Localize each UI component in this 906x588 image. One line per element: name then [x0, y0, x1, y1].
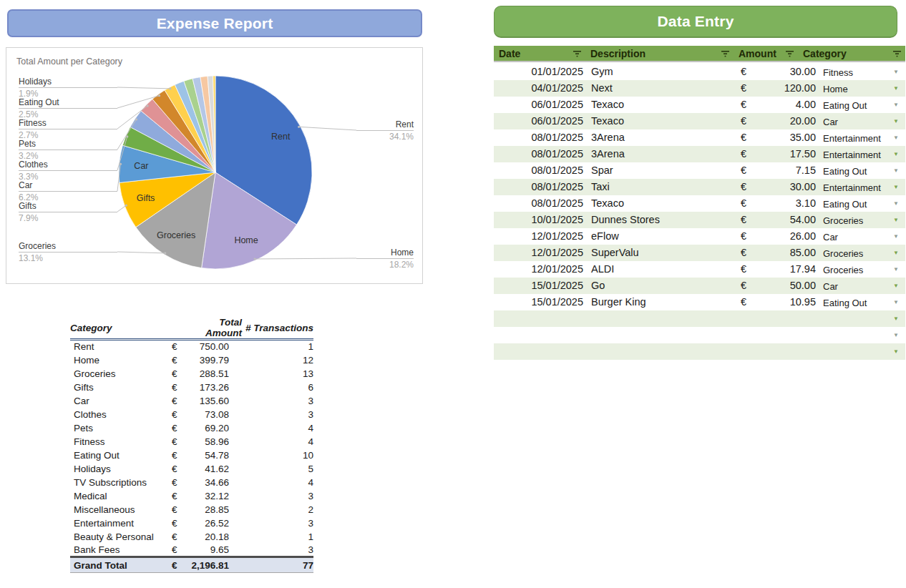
summary-category-cell: Pets — [70, 421, 172, 435]
amount-cell[interactable]: 120.00 — [751, 82, 816, 94]
description-cell[interactable]: Gym — [591, 66, 613, 77]
date-cell[interactable]: 08/01/2025 — [494, 132, 583, 143]
chevron-down-icon[interactable]: ▼ — [893, 184, 899, 190]
description-cell[interactable]: Taxi — [591, 181, 610, 192]
amount-cell[interactable]: 30.00 — [751, 66, 816, 77]
amount-cell[interactable]: 35.00 — [751, 132, 816, 143]
chevron-down-icon[interactable]: ▼ — [893, 299, 899, 305]
category-cell[interactable]: Eating Out — [823, 298, 867, 308]
category-cell[interactable]: Car — [823, 281, 838, 292]
date-cell[interactable]: 12/01/2025 — [494, 263, 583, 275]
table-row: 12/01/2025eFlow€26.00Car▼ — [494, 228, 905, 245]
category-cell[interactable]: Groceries — [823, 215, 863, 226]
description-cell[interactable]: eFlow — [591, 230, 619, 242]
category-summary-table: Category Total Amount # Transactions Ren… — [70, 317, 313, 573]
amount-cell[interactable]: 10.95 — [751, 296, 816, 308]
date-cell[interactable]: 06/01/2025 — [494, 115, 583, 127]
date-cell[interactable]: 08/01/2025 — [494, 148, 583, 160]
chevron-down-icon[interactable]: ▼ — [893, 151, 899, 157]
description-cell[interactable]: Texaco — [591, 99, 624, 110]
chevron-down-icon[interactable]: ▼ — [893, 200, 899, 207]
table-row: 04/01/2025Next€120.00Home▼ — [494, 80, 905, 97]
chevron-down-icon[interactable]: ▼ — [893, 167, 899, 174]
summary-row: TV Subscriptions€34.664 — [70, 476, 313, 489]
description-cell[interactable]: Next — [591, 82, 613, 94]
filter-icon[interactable] — [786, 50, 794, 57]
date-cell[interactable]: 10/01/2025 — [494, 214, 583, 225]
callout-category-label: Gifts — [19, 201, 117, 212]
chevron-down-icon[interactable]: ▼ — [893, 85, 899, 92]
summary-transactions-cell: 5 — [229, 462, 313, 476]
summary-row: Home€399.7912 — [70, 353, 313, 367]
description-cell[interactable]: 3Arena — [591, 148, 625, 160]
category-cell[interactable]: Car — [823, 117, 838, 127]
date-cell[interactable]: 08/01/2025 — [494, 165, 583, 176]
callout-category-label: Clothes — [19, 160, 117, 171]
category-cell[interactable]: Entertainment — [823, 182, 881, 193]
chevron-down-icon[interactable]: ▼ — [893, 233, 899, 240]
date-cell[interactable]: 01/01/2025 — [494, 66, 583, 77]
amount-cell[interactable]: 3.10 — [751, 197, 816, 209]
description-cell[interactable]: SuperValu — [591, 247, 639, 258]
currency-symbol: € — [172, 340, 192, 353]
description-cell[interactable]: Go — [591, 280, 605, 291]
description-cell[interactable]: Dunnes Stores — [591, 214, 660, 225]
category-cell[interactable]: Car — [823, 232, 838, 242]
amount-cell[interactable]: 17.50 — [751, 148, 816, 160]
category-cell[interactable]: Eating Out — [823, 199, 867, 210]
category-cell[interactable]: Entertainment — [823, 150, 881, 160]
category-cell[interactable]: Eating Out — [823, 100, 867, 111]
chevron-down-icon[interactable]: ▼ — [893, 118, 899, 124]
amount-cell[interactable]: 26.00 — [751, 230, 816, 242]
column-header-label: Amount — [739, 48, 776, 59]
amount-cell[interactable]: 20.00 — [751, 115, 816, 127]
amount-cell[interactable]: 17.94 — [751, 263, 816, 275]
summary-amount-cell: 41.62 — [192, 462, 230, 476]
description-cell[interactable]: ALDI — [591, 263, 614, 275]
chevron-down-icon[interactable]: ▼ — [893, 348, 899, 355]
date-cell[interactable]: 15/01/2025 — [494, 280, 583, 291]
chevron-down-icon[interactable]: ▼ — [893, 250, 899, 256]
pie-callout-holidays: Holidays1.9% — [19, 77, 117, 99]
date-cell[interactable]: 12/01/2025 — [494, 230, 583, 242]
chevron-down-icon[interactable]: ▼ — [893, 134, 899, 141]
category-cell[interactable]: Groceries — [823, 265, 863, 275]
chevron-down-icon[interactable]: ▼ — [893, 283, 899, 289]
chevron-down-icon[interactable]: ▼ — [893, 266, 899, 273]
description-cell[interactable]: Spar — [591, 165, 613, 176]
category-cell[interactable]: Eating Out — [823, 166, 867, 177]
amount-cell[interactable]: 50.00 — [751, 280, 816, 291]
category-cell[interactable]: Groceries — [823, 248, 863, 259]
amount-cell[interactable]: 85.00 — [751, 247, 816, 258]
summary-transactions-cell: 3 — [229, 489, 313, 503]
chevron-down-icon[interactable]: ▼ — [893, 102, 899, 108]
description-cell[interactable]: Burger King — [591, 296, 646, 308]
summary-row: Holidays€41.625 — [70, 462, 313, 476]
date-cell[interactable]: 06/01/2025 — [494, 99, 583, 110]
filter-icon[interactable] — [573, 50, 581, 57]
amount-cell[interactable]: 30.00 — [751, 181, 816, 192]
amount-cell[interactable]: 7.15 — [751, 165, 816, 176]
category-cell[interactable]: Home — [823, 84, 848, 94]
category-cell[interactable]: Entertainment — [823, 133, 881, 144]
category-cell[interactable]: Fitness — [823, 67, 853, 78]
description-cell[interactable]: Texaco — [591, 115, 624, 127]
chevron-down-icon[interactable]: ▼ — [893, 217, 899, 223]
date-cell[interactable]: 15/01/2025 — [494, 296, 583, 308]
currency-symbol: € — [172, 367, 192, 381]
amount-cell[interactable]: 54.00 — [751, 214, 816, 225]
date-cell[interactable]: 08/01/2025 — [494, 197, 583, 209]
description-cell[interactable]: Texaco — [591, 197, 624, 209]
chevron-down-icon[interactable]: ▼ — [893, 69, 899, 75]
summary-category-cell: Holidays — [70, 462, 172, 476]
description-cell[interactable]: 3Arena — [591, 132, 625, 143]
date-cell[interactable]: 12/01/2025 — [494, 247, 583, 258]
amount-cell[interactable]: 4.00 — [751, 99, 816, 110]
filter-icon[interactable] — [893, 50, 901, 57]
filter-icon[interactable] — [721, 50, 729, 57]
chevron-down-icon[interactable]: ▼ — [893, 315, 899, 322]
date-cell[interactable]: 04/01/2025 — [494, 82, 583, 94]
chevron-down-icon[interactable]: ▼ — [893, 332, 899, 338]
leader-line — [255, 258, 356, 259]
date-cell[interactable]: 08/01/2025 — [494, 181, 583, 192]
